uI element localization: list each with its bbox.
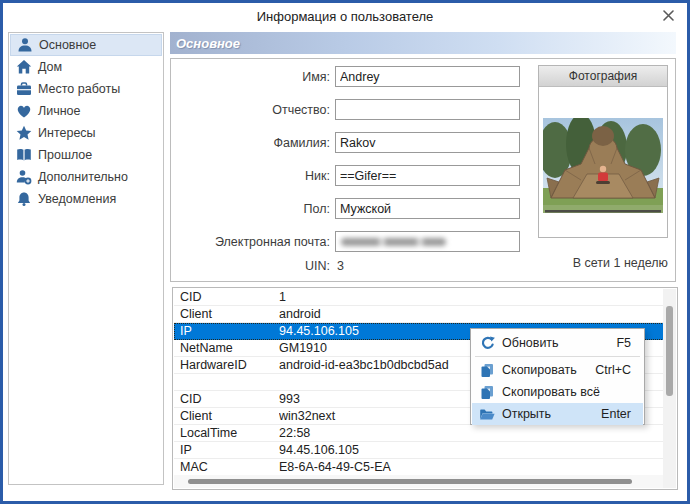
horizontal-scrollbar[interactable]: [174, 475, 663, 488]
menu-item-open[interactable]: Открыть Enter: [472, 403, 643, 425]
heart-icon: [15, 103, 33, 120]
sidebar-item-label: Дом: [38, 60, 62, 74]
nick-label: Ник:: [170, 169, 330, 183]
section-header: Основное: [170, 32, 676, 54]
surname-label: Фамилия:: [170, 136, 330, 150]
person-icon: [16, 37, 34, 54]
name-field[interactable]: [335, 66, 520, 87]
sidebar-item-label: Дополнительно: [38, 170, 128, 184]
home-icon: [15, 59, 33, 76]
gender-label: Пол:: [170, 202, 330, 216]
star-icon: [15, 125, 33, 142]
table-cell-key: MAC: [174, 460, 279, 474]
menu-item-copy[interactable]: Скопировать Ctrl+C: [472, 359, 643, 381]
sidebar-item-home[interactable]: Дом: [10, 56, 162, 78]
sidebar-item-label: Личное: [38, 104, 81, 118]
sidebar-item-notifications[interactable]: Уведомления: [10, 188, 162, 210]
surname-field[interactable]: [335, 132, 520, 153]
menu-item-shortcut: Ctrl+C: [595, 363, 643, 377]
close-button[interactable]: [657, 5, 679, 27]
sidebar-item-label: Место работы: [38, 82, 120, 96]
menu-item-shortcut: F5: [616, 336, 643, 350]
open-folder-icon: [472, 407, 502, 422]
sidebar-item-past[interactable]: Прошлое: [10, 144, 162, 166]
menu-item-copy-all[interactable]: Скопировать всё: [472, 381, 643, 403]
sidebar-item-additional[interactable]: Дополнительно: [10, 166, 162, 188]
menu-item-label: Скопировать всё: [502, 385, 631, 399]
table-cell-key: HardwareID: [174, 358, 279, 372]
copy-all-icon: [472, 385, 502, 400]
email-label: Электронная почта:: [170, 235, 330, 249]
table-row[interactable]: CID 1: [174, 289, 664, 306]
close-icon: [663, 7, 674, 25]
table-row[interactable]: MAC E8-6A-64-49-C5-EA: [174, 459, 664, 476]
table-cell-key: Client: [174, 307, 279, 321]
window-title: Информация о пользователе: [3, 9, 687, 24]
sidebar-item-main[interactable]: Основное: [10, 34, 162, 56]
table-row[interactable]: IP 94.45.106.105: [174, 442, 664, 459]
table-cell-key: Client: [174, 409, 279, 423]
horizontal-scrollbar-thumb[interactable]: [188, 479, 632, 484]
menu-item-label: Открыть: [502, 407, 601, 421]
obscured-email-text: [341, 238, 446, 246]
sidebar-item-personal[interactable]: Личное: [10, 100, 162, 122]
patronymic-field[interactable]: [335, 99, 520, 120]
table-cell-key: CID: [174, 392, 279, 406]
person-plus-icon: [15, 169, 33, 186]
table-cell-key: CID: [174, 290, 279, 304]
vertical-scrollbar-thumb[interactable]: [666, 306, 673, 396]
table-cell-value: 94.45.106.105: [279, 443, 664, 457]
table-row[interactable]: LocalTime 22:58: [174, 425, 664, 442]
section-header-label: Основное: [170, 36, 240, 51]
name-label: Имя:: [170, 70, 330, 84]
gender-field[interactable]: [335, 198, 520, 219]
patronymic-label: Отчество:: [170, 103, 330, 117]
menu-item-refresh[interactable]: Обновить F5: [472, 332, 643, 354]
refresh-icon: [472, 336, 502, 351]
table-cell-value: E8-6A-64-49-C5-EA: [279, 460, 664, 474]
book-icon: [15, 147, 33, 164]
menu-item-label: Обновить: [502, 336, 616, 350]
sidebar-item-label: Прошлое: [38, 148, 92, 162]
briefcase-icon: [15, 81, 33, 98]
user-photo: [543, 118, 663, 213]
menu-item-shortcut: Enter: [601, 407, 643, 421]
bell-icon: [15, 191, 33, 208]
sidebar-item-label: Основное: [39, 38, 96, 52]
table-cell-key: IP: [174, 443, 279, 457]
sidebar-item-work[interactable]: Место работы: [10, 78, 162, 100]
scrollbar-corner: [663, 475, 676, 488]
copy-icon: [472, 363, 502, 378]
sidebar-item-label: Уведомления: [38, 192, 116, 206]
title-bar: Информация о пользователе: [3, 3, 687, 29]
photo-panel-header: Фотография: [539, 66, 667, 87]
table-cell-value: 1: [279, 290, 664, 304]
online-status: В сети 1 неделю: [468, 256, 668, 270]
table-cell-key: IP: [174, 324, 279, 338]
sidebar-item-label: Интересы: [38, 126, 96, 140]
menu-item-label: Скопировать: [502, 363, 595, 377]
sidebar: Основное Дом Место работы Личное Интерес…: [8, 32, 164, 485]
menu-separator: [475, 356, 640, 357]
photo-panel: Фотография: [538, 65, 668, 238]
sidebar-item-interests[interactable]: Интересы: [10, 122, 162, 144]
table-cell-key: LocalTime: [174, 426, 279, 440]
table-cell-key: NetName: [174, 341, 279, 355]
email-field[interactable]: [335, 231, 520, 252]
uin-value: 3: [337, 259, 344, 273]
table-cell-value: android: [279, 307, 664, 321]
vertical-scrollbar[interactable]: [663, 289, 676, 475]
nick-field[interactable]: [335, 165, 520, 186]
context-menu: Обновить F5 Скопировать Ctrl+C Скопирова…: [470, 328, 645, 425]
table-cell-value: 22:58: [279, 426, 664, 440]
table-row[interactable]: Client android: [174, 306, 664, 323]
uin-label: UIN:: [170, 259, 330, 273]
user-info-window: Информация о пользователе Основное Дом М…: [0, 0, 690, 504]
